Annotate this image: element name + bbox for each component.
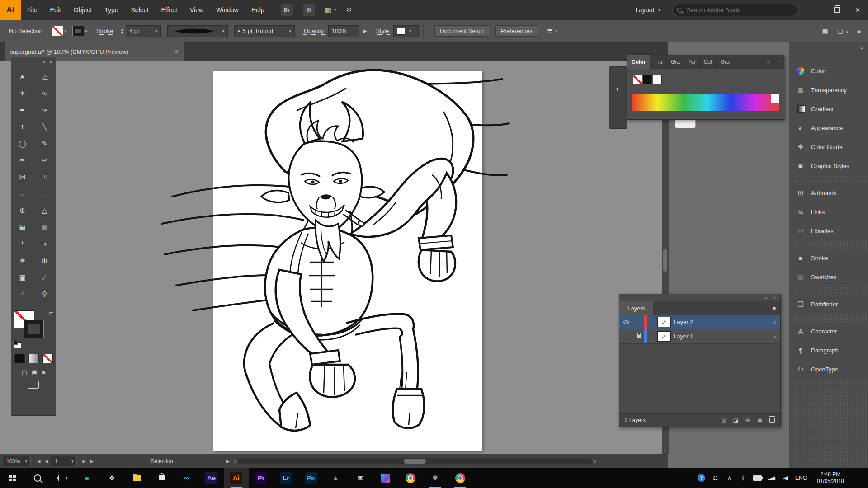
type-tool[interactable]: T	[11, 118, 33, 135]
scale-tool[interactable]: ◳	[33, 169, 56, 185]
stroke-color-swatch[interactable]	[73, 26, 84, 36]
curvature-tool[interactable]: ✑	[33, 102, 56, 118]
stroke-color-indicator[interactable]	[24, 320, 43, 338]
tab-layers[interactable]: Layers	[619, 301, 653, 315]
draw-inside-icon[interactable]: ◙	[42, 369, 45, 375]
menu-type[interactable]: Type	[98, 0, 124, 20]
control-panel-menu-icon[interactable]: ≡	[857, 28, 861, 35]
ellipse-tool[interactable]: ◯	[11, 135, 33, 152]
taskbar-task-view-button[interactable]	[50, 468, 75, 488]
dock-pathfinder[interactable]: ❏Pathfinder	[789, 295, 868, 314]
dock-swatches[interactable]: ▦Swatches	[789, 267, 868, 286]
symbol-sprayer-tool[interactable]: ✳	[11, 252, 33, 269]
close-button[interactable]: ✕	[847, 0, 868, 20]
dock-separator[interactable]	[792, 175, 866, 183]
taskbar-infinity-app-button[interactable]: ∞	[174, 468, 199, 488]
clock[interactable]: 2:48 PM 01/05/2018	[810, 471, 851, 485]
layer-name[interactable]: Layer 1	[674, 333, 769, 340]
zoom-tool[interactable]: ⚲	[33, 286, 56, 302]
chevron-down-icon[interactable]: ▾	[409, 29, 411, 33]
mesh-tool[interactable]: ▦	[11, 219, 33, 235]
dock-links[interactable]: ∞Links	[789, 202, 868, 221]
stroke-stepper[interactable]: ▴▾	[121, 28, 123, 34]
dock-separator[interactable]	[792, 240, 866, 249]
taskbar-search-button[interactable]	[25, 468, 50, 488]
stroke-weight-field[interactable]: 4 pt▾	[126, 25, 161, 37]
paintbrush-tool[interactable]: ✎	[33, 135, 56, 152]
scissors-tool[interactable]: ✂	[33, 152, 56, 169]
menu-select[interactable]: Select	[125, 0, 155, 20]
menu-file[interactable]: File	[21, 0, 44, 20]
taskbar-start-button[interactable]	[0, 468, 25, 488]
style-label-link[interactable]: Style:	[376, 28, 391, 34]
volume-icon[interactable]: ◀	[778, 468, 793, 488]
taskbar-premiere-button[interactable]: Pr	[249, 468, 274, 488]
shaper-tool[interactable]: ✏	[11, 152, 33, 169]
screen-mode-icon[interactable]	[28, 381, 39, 389]
document-setup-button[interactable]: Document Setup	[434, 25, 489, 37]
line-segment-tool[interactable]: ╲	[33, 118, 56, 135]
help-icon[interactable]: ?	[694, 468, 708, 488]
layer-name[interactable]: Layer 2	[674, 319, 769, 325]
language-indicator[interactable]: ENG	[793, 475, 810, 481]
restore-button[interactable]	[826, 0, 847, 20]
dock-color-guide[interactable]: ❖Color Guide	[789, 137, 868, 156]
chevron-down-icon[interactable]: ▾	[289, 29, 291, 33]
swap-fill-stroke-icon[interactable]: ⇄	[49, 310, 53, 316]
menu-help[interactable]: Help	[245, 0, 271, 20]
style-swatch-dropdown[interactable]: ▾	[393, 25, 419, 37]
artboard[interactable]	[213, 71, 482, 451]
taskbar-chrome-button[interactable]	[398, 468, 423, 488]
illustrator-logo-icon[interactable]: Ai	[0, 0, 21, 20]
close-layers-icon[interactable]: ×	[773, 296, 776, 300]
network-icon[interactable]: ▂▄▆	[764, 468, 778, 488]
dock-separator[interactable]	[792, 286, 866, 295]
draw-normal-icon[interactable]: ▢	[22, 369, 27, 375]
lasso-tool[interactable]: ∿	[33, 85, 56, 102]
sync-icon[interactable]: ✻	[346, 6, 352, 14]
document-canvas[interactable]	[57, 61, 662, 454]
expand-tabs-icon[interactable]: »	[763, 55, 774, 69]
column-graph-tool[interactable]: ılı	[33, 252, 56, 269]
expand-layer-icon[interactable]: ›	[647, 334, 655, 339]
black-swatch[interactable]	[643, 75, 652, 84]
dock-character[interactable]: ACharacter	[789, 322, 868, 341]
select-similar-options-icon[interactable]: ≣▾	[547, 27, 557, 35]
previous-artboard-icon[interactable]: ◀	[45, 459, 48, 464]
default-fill-stroke-icon[interactable]	[14, 342, 21, 348]
horizontal-scrollbar[interactable]	[238, 458, 592, 464]
tab-color[interactable]: Color	[627, 55, 650, 69]
selection-tool[interactable]: ➤	[11, 68, 33, 85]
layer-row-layer-1[interactable]: › Layer 1 ○	[619, 329, 780, 344]
dock-separator[interactable]	[792, 314, 866, 322]
tab-graphic-styles[interactable]: Gra	[717, 55, 734, 69]
opacity-label-link[interactable]: Opacity:	[304, 28, 326, 34]
draw-behind-icon[interactable]: ▣	[32, 369, 37, 375]
layout-switcher[interactable]: Layout▾	[635, 6, 660, 14]
expand-layer-icon[interactable]: ›	[647, 319, 655, 325]
taskbar-chrome-2-button[interactable]	[448, 468, 472, 488]
taskbar-edge-button[interactable]: e	[75, 468, 99, 488]
collapse-tools-icon[interactable]: «	[43, 60, 46, 65]
menu-edit[interactable]: Edit	[44, 0, 67, 20]
workspace-switcher-icon[interactable]: ❏ ▾	[837, 28, 848, 35]
taskbar-after-effects-button[interactable]: Ae	[199, 468, 224, 488]
white-spectrum-cap[interactable]	[771, 94, 779, 103]
lock-toggle[interactable]	[633, 329, 644, 343]
close-tab-icon[interactable]: ×	[175, 48, 178, 55]
dock-paragraph[interactable]: ¶Paragraph	[789, 341, 868, 360]
next-artboard-icon[interactable]: ▶	[82, 459, 85, 464]
vertical-scrollbar-thumb[interactable]	[663, 249, 667, 272]
chevron-down-icon[interactable]: ▾	[25, 459, 28, 464]
scroll-left-icon[interactable]: ‹	[234, 458, 236, 465]
clipping-mask-icon[interactable]: ◪	[733, 417, 739, 424]
artboard-number-field[interactable]: 1▾	[51, 456, 77, 466]
layer-thumbnail[interactable]	[657, 317, 671, 327]
taskbar-illustrator-button[interactable]: Ai	[224, 468, 249, 488]
taskbar-photos-button[interactable]	[373, 468, 398, 488]
stroke-label-link[interactable]: Stroke:	[96, 28, 115, 34]
delete-layer-icon[interactable]	[769, 418, 775, 423]
hand-tool[interactable]: ☝	[11, 286, 33, 302]
taskbar-dropbox-button[interactable]: ❖	[99, 468, 124, 488]
shape-builder-tool[interactable]: ⊕	[11, 202, 33, 219]
